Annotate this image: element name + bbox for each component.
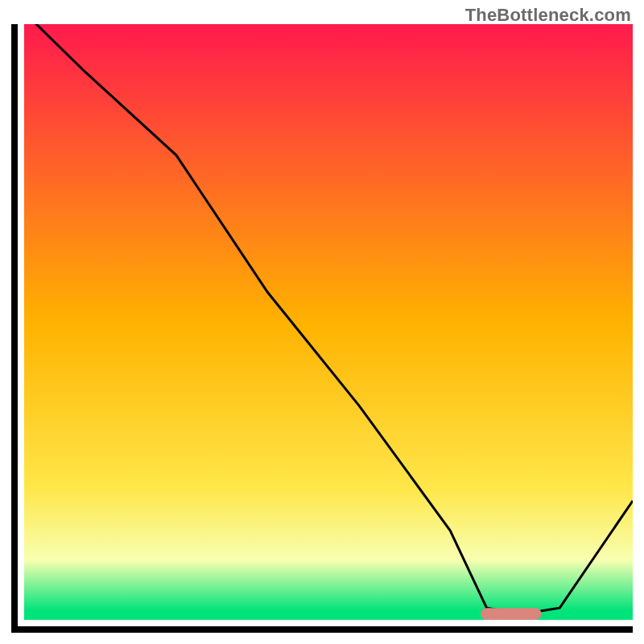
axes-frame: [11, 24, 633, 633]
chart-container: TheBottleneck.com: [0, 0, 644, 644]
plot-area: [24, 24, 633, 620]
plot-svg: [24, 24, 633, 620]
optimal-range-marker: [481, 608, 542, 620]
watermark-text: TheBottleneck.com: [465, 5, 631, 26]
gradient-fill: [24, 24, 633, 620]
